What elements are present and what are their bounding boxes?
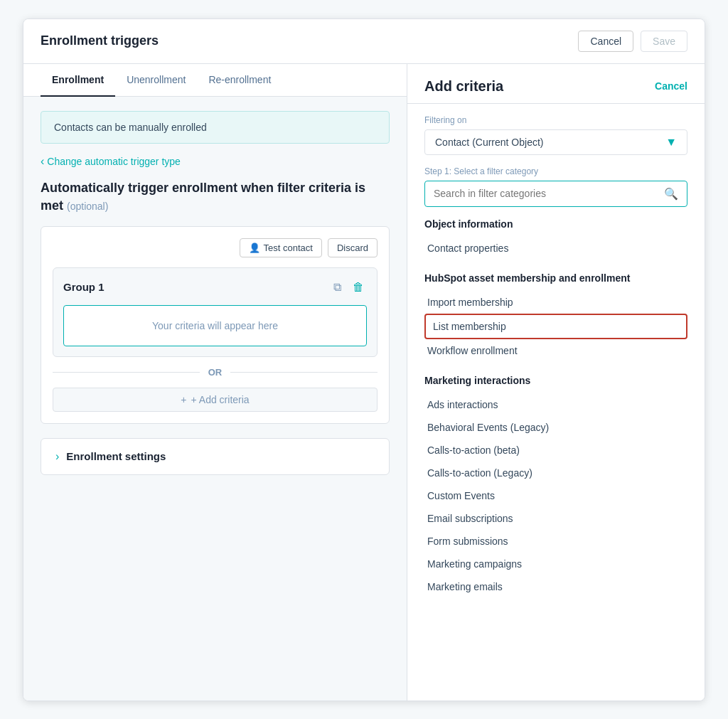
hubspot-asset-heading: HubSpot asset membership and enrollment xyxy=(424,272,687,284)
category-item-import-membership[interactable]: Import membership xyxy=(424,291,687,314)
filter-box: 👤 Test contact Discard Group 1 xyxy=(41,226,390,424)
auto-trigger-heading: Automatically trigger enrollment when fi… xyxy=(41,179,390,215)
step1-label: Step 1: Select a filter category xyxy=(424,166,687,176)
chevron-left-icon: ‹ xyxy=(41,155,44,168)
manually-enrolled-box: Contacts can be manually enrolled xyxy=(41,111,390,144)
modal-header: Enrollment triggers Cancel Save xyxy=(23,19,705,64)
enrollment-settings-title: Enrollment settings xyxy=(66,450,166,462)
save-button[interactable]: Save xyxy=(641,31,687,52)
filtering-on-section: Filtering on Contact (Current Object) ▼ xyxy=(407,104,705,155)
category-item-list-membership[interactable]: List membership xyxy=(424,314,687,339)
change-trigger-link[interactable]: ‹ Change automatic trigger type xyxy=(41,155,390,168)
chevron-right-icon: › xyxy=(55,450,59,463)
category-item-custom-events[interactable]: Custom Events xyxy=(424,484,687,507)
header-actions: Cancel Save xyxy=(578,31,687,52)
dropdown-arrow-icon: ▼ xyxy=(665,136,677,149)
right-panel-title: Add criteria xyxy=(424,78,503,95)
group-title: Group 1 xyxy=(63,281,105,293)
right-header: Add criteria Cancel xyxy=(407,64,705,104)
group-actions: ⧉ 🗑 xyxy=(331,278,367,297)
category-item-form-submissions[interactable]: Form submissions xyxy=(424,530,687,553)
marketing-interactions-section: Marketing interactions Ads interactions … xyxy=(424,375,687,598)
category-item-marketing-campaigns[interactable]: Marketing campaigns xyxy=(424,553,687,575)
category-item-contact-properties[interactable]: Contact properties xyxy=(424,237,687,260)
manually-enrolled-text: Contacts can be manually enrolled xyxy=(54,122,207,133)
tabs-bar: Enrollment Unenrollment Re-enrollment xyxy=(23,64,407,97)
or-divider: OR xyxy=(53,367,378,378)
tab-reenrollment[interactable]: Re-enrollment xyxy=(197,64,282,97)
filter-toolbar: 👤 Test contact Discard xyxy=(53,238,378,257)
search-input[interactable] xyxy=(434,188,664,199)
test-contact-icon: 👤 xyxy=(249,243,260,253)
group-container: Group 1 ⧉ 🗑 xyxy=(53,267,378,357)
tab-enrollment[interactable]: Enrollment xyxy=(41,64,115,97)
right-panel: Add criteria Cancel Filtering on Contact… xyxy=(407,64,705,701)
category-item-workflow-enrollment[interactable]: Workflow enrollment xyxy=(424,339,687,362)
search-box: 🔍 xyxy=(424,181,687,207)
change-trigger-label: Change automatic trigger type xyxy=(47,156,181,167)
group-header: Group 1 ⧉ 🗑 xyxy=(63,278,367,297)
filtering-on-label: Filtering on xyxy=(424,115,687,125)
left-panel: Enrollment Unenrollment Re-enrollment Co… xyxy=(23,64,407,701)
modal-body: Enrollment Unenrollment Re-enrollment Co… xyxy=(23,64,705,701)
plus-icon: + xyxy=(181,394,186,405)
object-information-section: Object information Contact properties xyxy=(424,218,687,260)
category-item-behavioral-events[interactable]: Behavioral Events (Legacy) xyxy=(424,416,687,439)
category-item-calls-to-action-beta[interactable]: Calls-to-action (beta) xyxy=(424,439,687,462)
category-item-ads-interactions[interactable]: Ads interactions xyxy=(424,393,687,416)
test-contact-button[interactable]: 👤 Test contact xyxy=(240,238,322,257)
search-icon: 🔍 xyxy=(664,187,678,201)
object-information-heading: Object information xyxy=(424,218,687,230)
copy-icon: ⧉ xyxy=(333,281,341,293)
enrollment-settings[interactable]: › Enrollment settings xyxy=(41,438,390,475)
add-criteria-button[interactable]: + + Add criteria xyxy=(53,388,378,412)
copy-group-button[interactable]: ⧉ xyxy=(331,278,344,297)
criteria-placeholder: Your criteria will appear here xyxy=(63,305,367,346)
marketing-interactions-heading: Marketing interactions xyxy=(424,375,687,386)
tab-unenrollment[interactable]: Unenrollment xyxy=(115,64,197,97)
delete-icon: 🗑 xyxy=(353,281,364,293)
categories-list: Object information Contact properties Hu… xyxy=(407,207,705,701)
right-cancel-button[interactable]: Cancel xyxy=(655,80,687,92)
delete-group-button[interactable]: 🗑 xyxy=(350,278,367,297)
left-content: Contacts can be manually enrolled ‹ Chan… xyxy=(23,97,407,701)
filtering-on-dropdown[interactable]: Contact (Current Object) ▼ xyxy=(424,129,687,155)
modal-title: Enrollment triggers xyxy=(41,33,159,48)
category-item-email-subscriptions[interactable]: Email subscriptions xyxy=(424,507,687,530)
category-item-calls-to-action-legacy[interactable]: Calls-to-action (Legacy) xyxy=(424,462,687,484)
hubspot-asset-section: HubSpot asset membership and enrollment … xyxy=(424,272,687,362)
step1-section: Step 1: Select a filter category 🔍 xyxy=(407,155,705,207)
cancel-button[interactable]: Cancel xyxy=(578,31,633,52)
category-item-marketing-emails[interactable]: Marketing emails xyxy=(424,575,687,598)
discard-button[interactable]: Discard xyxy=(328,238,378,257)
